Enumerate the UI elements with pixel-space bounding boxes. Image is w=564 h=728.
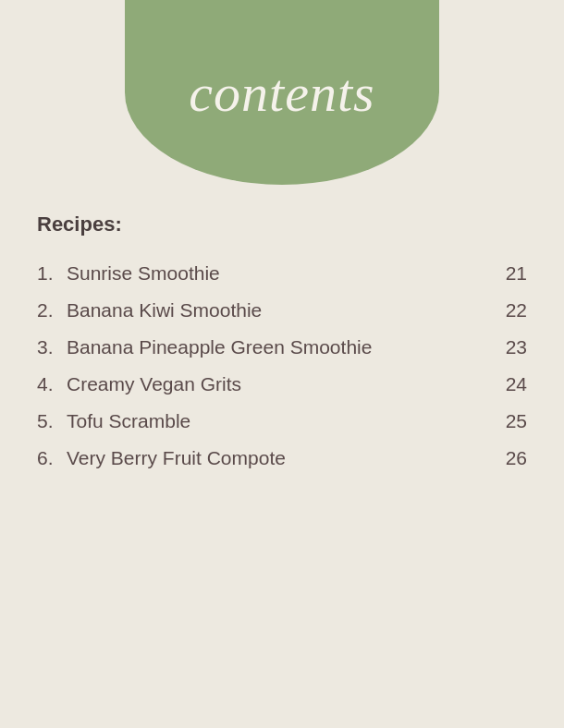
recipe-page: 24 [506,373,527,395]
recipes-heading: Recipes: [37,212,527,237]
page-title: contents [189,62,374,124]
list-item: 3.Banana Pineapple Green Smoothie23 [37,329,527,366]
recipe-page: 26 [506,447,527,469]
recipe-number: 3. [37,336,63,358]
header-circle: contents [125,0,439,185]
main-content: Recipes: 1.Sunrise Smoothie212.Banana Ki… [0,185,564,477]
list-item: 5.Tofu Scramble25 [37,403,527,440]
recipe-page: 23 [506,336,527,358]
recipe-number: 4. [37,373,63,395]
recipe-name: Tofu Scramble [67,410,190,432]
recipe-name: Very Berry Fruit Compote [67,447,286,469]
recipe-name: Creamy Vegan Grits [67,373,241,395]
list-item: 2.Banana Kiwi Smoothie22 [37,292,527,329]
recipe-page: 21 [506,262,527,285]
recipe-number: 2. [37,299,63,322]
list-item: 6.Very Berry Fruit Compote26 [37,440,527,477]
recipe-name: Banana Kiwi Smoothie [67,299,262,322]
recipe-page: 25 [506,410,527,432]
recipe-number: 5. [37,410,63,432]
recipe-number: 1. [37,262,63,285]
recipe-list: 1.Sunrise Smoothie212.Banana Kiwi Smooth… [37,255,527,477]
recipe-name: Sunrise Smoothie [67,262,220,285]
list-item: 1.Sunrise Smoothie21 [37,255,527,292]
recipe-number: 6. [37,447,63,469]
recipe-page: 22 [506,299,527,322]
list-item: 4.Creamy Vegan Grits24 [37,366,527,403]
recipe-name: Banana Pineapple Green Smoothie [67,336,372,358]
